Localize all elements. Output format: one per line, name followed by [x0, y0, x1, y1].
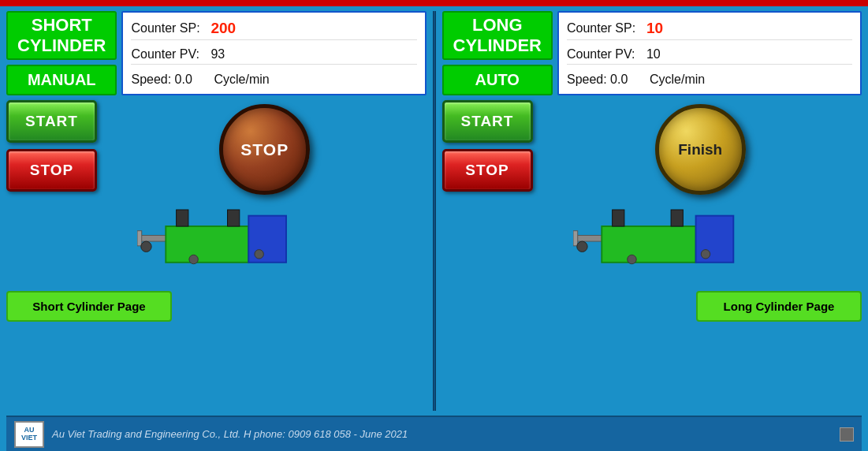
footer: AUVIET Au Viet Trading and Engineering C… [6, 416, 862, 451]
svg-point-15 [627, 255, 635, 263]
svg-rect-13 [612, 210, 624, 226]
left-start-button[interactable]: START [6, 100, 97, 143]
left-cylinder-svg [137, 203, 303, 282]
right-cylinder-svg [573, 203, 739, 282]
left-stop-rect-button[interactable]: STOP [6, 149, 97, 192]
left-title[interactable]: SHORT CYLINDER [6, 11, 117, 60]
svg-rect-1 [137, 231, 142, 246]
right-diagram [442, 199, 862, 282]
left-diagram [6, 199, 427, 282]
left-label-stack: SHORT CYLINDER MANUAL [6, 11, 117, 95]
scroll-indicator[interactable] [840, 427, 854, 442]
svg-point-8 [255, 250, 263, 259]
right-info-row: LONG CYLINDER AUTO Counter SP: 10 Counte… [442, 11, 862, 95]
right-counter-pv-label: Counter PV: [567, 47, 642, 62]
left-ctrl-buttons: START STOP [6, 100, 97, 192]
right-counter-sp-label: Counter SP: [567, 21, 642, 35]
left-speed-unit: Cycle/min [214, 73, 269, 87]
center-divider [433, 11, 436, 411]
right-controls-row: START STOP Finish [442, 100, 862, 195]
right-bottom: Long Cylinder Page [442, 287, 862, 323]
left-speed-row: Speed: 0.0 Cycle/min [131, 70, 416, 89]
right-counter-sp-value[interactable]: 10 [646, 20, 663, 37]
left-counter-sp-row: Counter SP: 200 [131, 17, 416, 40]
svg-rect-14 [671, 210, 683, 226]
top-bar [0, 0, 868, 6]
footer-company-text: Au Viet Trading and Engineering Co., Ltd… [52, 428, 408, 440]
right-title[interactable]: LONG CYLINDER [442, 11, 553, 60]
left-stop-circle-button[interactable]: STOP [219, 104, 310, 195]
right-speed-unit: Cycle/min [650, 73, 705, 87]
left-info-row: SHORT CYLINDER MANUAL Counter SP: 200 Co… [6, 11, 427, 95]
footer-logo: AUVIET [14, 421, 44, 448]
right-info-panel: Counter SP: 10 Counter PV: 10 Speed: 0.0… [557, 11, 862, 95]
right-counter-pv-value[interactable]: 10 [646, 47, 661, 62]
right-counter-sp-row: Counter SP: 10 [567, 17, 852, 40]
right-mode[interactable]: AUTO [442, 65, 553, 95]
svg-point-2 [141, 241, 151, 252]
right-counter-pv-row: Counter PV: 10 [567, 45, 852, 65]
left-panel: SHORT CYLINDER MANUAL Counter SP: 200 Co… [6, 11, 427, 411]
svg-point-6 [189, 255, 198, 263]
right-speed-row: Speed: 0.0 Cycle/min [567, 70, 852, 89]
svg-point-11 [577, 241, 587, 252]
left-counter-pv-value[interactable]: 93 [210, 47, 225, 62]
left-mode[interactable]: MANUAL [6, 65, 117, 95]
svg-rect-3 [166, 226, 249, 263]
right-stop-rect-button[interactable]: STOP [442, 149, 533, 192]
left-counter-pv-label: Counter PV: [131, 47, 206, 62]
panels-row: SHORT CYLINDER MANUAL Counter SP: 200 Co… [6, 11, 862, 411]
main-layout: SHORT CYLINDER MANUAL Counter SP: 200 Co… [0, 0, 868, 451]
left-info-panel: Counter SP: 200 Counter PV: 93 Speed: 0.… [121, 11, 426, 95]
footer-logo-text: AUVIET [21, 427, 37, 442]
left-speed-label: Speed: 0.0 [131, 73, 206, 87]
left-counter-pv-row: Counter PV: 93 [131, 45, 416, 65]
svg-rect-4 [177, 210, 188, 226]
svg-rect-5 [228, 210, 240, 226]
left-circle-area: STOP [103, 100, 427, 195]
left-counter-sp-value[interactable]: 200 [210, 20, 236, 37]
left-page-button[interactable]: Short Cylinder Page [6, 291, 172, 322]
right-circle-area: Finish [539, 100, 862, 195]
right-page-button[interactable]: Long Cylinder Page [696, 291, 862, 322]
right-start-button[interactable]: START [442, 100, 533, 143]
right-speed-label: Speed: 0.0 [567, 73, 642, 87]
left-bottom: Short Cylinder Page [6, 287, 427, 323]
svg-rect-10 [573, 231, 578, 246]
left-controls-row: START STOP STOP [6, 100, 427, 195]
svg-rect-12 [602, 226, 695, 263]
right-label-stack: LONG CYLINDER AUTO [442, 11, 553, 95]
right-panel: LONG CYLINDER AUTO Counter SP: 10 Counte… [442, 11, 862, 411]
svg-rect-7 [249, 216, 287, 263]
right-finish-circle-button[interactable]: Finish [655, 104, 746, 195]
right-ctrl-buttons: START STOP [442, 100, 533, 192]
svg-point-17 [701, 250, 710, 259]
left-counter-sp-label: Counter SP: [131, 21, 206, 35]
